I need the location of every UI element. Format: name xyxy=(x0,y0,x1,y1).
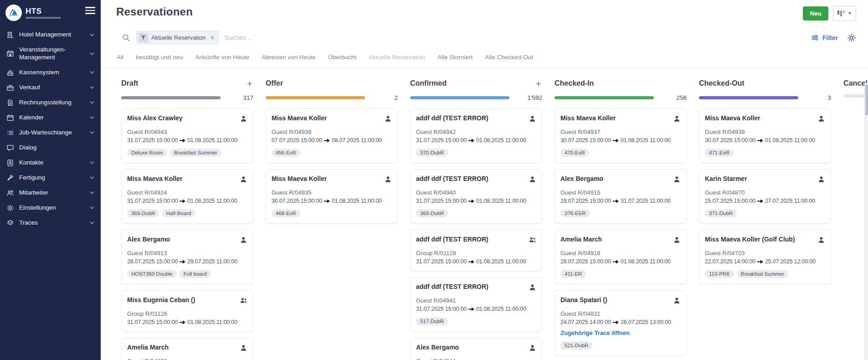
tab-best-tigt-und-neu[interactable]: bestätigt und neu xyxy=(136,54,183,61)
sidebar-item-hotel-management[interactable]: Hotel Management xyxy=(0,27,101,42)
checkout-date: 26.07.2025 13:00:00 xyxy=(621,319,671,325)
tag-badge: Deluxe Room xyxy=(127,149,167,157)
tags: 369-DubRHalf-Board xyxy=(127,209,247,217)
chevron-down-icon xyxy=(90,100,94,105)
sidebar-item-kalender[interactable]: Kalender xyxy=(0,110,101,125)
reservation-card[interactable]: addf ddf (TEST ERROR)Guest R/0494131.07.… xyxy=(410,277,542,332)
checkout-date: 27.07.2025 11:00:00 xyxy=(765,198,815,204)
checkout-date: 31.07.2025 11:00:00 xyxy=(621,198,671,204)
arrow-right-icon xyxy=(757,260,763,264)
tags: 517-DubR xyxy=(416,317,536,325)
tag-badge: HOST360 Double xyxy=(127,270,177,278)
guest-name: Amelia March xyxy=(127,344,172,352)
tab-aktuelle-reservation[interactable]: Aktuelle Reservation xyxy=(369,54,425,61)
scrollbar-thumb[interactable] xyxy=(865,84,868,115)
checkin-date: 29.07.2025 15:00:00 xyxy=(560,258,611,265)
settings-gear-icon[interactable] xyxy=(847,33,856,42)
reservation-ref: Guest R/04703 xyxy=(705,250,825,257)
tab-ank-nfte-von-heute[interactable]: Ankünfte von Heute xyxy=(195,54,250,61)
menu-toggle-icon[interactable] xyxy=(85,7,95,14)
search-input[interactable] xyxy=(225,34,811,41)
checkout-date: 01.08.2025 11:00:00 xyxy=(476,198,526,204)
reservation-card[interactable]: Miss Maeva KollerGuest R/0492431.07.2025… xyxy=(121,169,253,224)
add-card-button[interactable]: + xyxy=(535,79,542,88)
reservation-card[interactable]: Diana Spatari ()Guest R/0483124.07.2025 … xyxy=(555,290,687,356)
reservation-ref: Group R/01126 xyxy=(127,310,247,317)
stay-dates: 29.07.2025 15:00:0031.07.2025 11:00:00 xyxy=(560,198,681,204)
reservation-card[interactable]: Miss Maeva Koller (Golf Club)Guest R/047… xyxy=(699,230,831,284)
sidebar-item-job-warteschlange[interactable]: Job-Warteschlange xyxy=(0,125,101,140)
tag-badge: 456-ExR xyxy=(272,149,300,157)
arrow-right-icon xyxy=(468,199,474,203)
sidebar-item-fertigung[interactable]: Fertigung xyxy=(0,170,101,185)
reservation-card[interactable]: Alex BergamoGuest R/0491529.07.2025 15:0… xyxy=(555,169,687,224)
reservation-card[interactable]: Amelia MarchGuest R/0491629.07.2025 15:0… xyxy=(555,230,687,284)
sidebar-item-kontakte[interactable]: Kontakte xyxy=(0,155,101,170)
checkin-date: 31.07.2025 15:00:00 xyxy=(127,137,178,144)
add-card-button[interactable]: + xyxy=(246,79,253,88)
sidebar-item-dialog[interactable]: Dialog xyxy=(0,140,101,155)
sidebar-item-label: Traces xyxy=(19,219,85,227)
vertical-scrollbar[interactable] xyxy=(864,83,868,360)
tab-alle-storniert[interactable]: Alle Storniert xyxy=(437,54,473,61)
reservation-card[interactable]: Alex BergamoGuest R/0494401.08.2025 15:0… xyxy=(410,338,542,360)
reservation-ref: Guest R/04915 xyxy=(560,189,681,196)
person-icon xyxy=(529,283,536,291)
checkout-date: 08.07.2025 11:00:00 xyxy=(332,137,382,144)
arrow-right-icon xyxy=(757,199,763,203)
tab-all[interactable]: All xyxy=(117,54,123,61)
traces-icon xyxy=(6,219,14,227)
new-button[interactable]: Neu xyxy=(803,6,828,21)
stay-dates: 31.07.2025 15:00:0001.08.2025 11:00:00 xyxy=(127,319,247,325)
checkout-date: 01.08.2025 11:00:00 xyxy=(621,258,671,265)
chip-close-icon[interactable]: × xyxy=(210,34,214,41)
stay-dates: 30.07.2025 15:00:0001.08.2025 11:00:00 xyxy=(272,198,392,204)
reservation-card[interactable]: Miss Maeva KollerGuest R/0493530.07.2025… xyxy=(266,169,398,224)
active-filter-chip[interactable]: Aktuelle Reservation × xyxy=(136,31,219,44)
sidebar-item-rechnungsstellung[interactable]: Rechnungsstellung xyxy=(0,95,101,110)
view-switcher-button[interactable] xyxy=(833,6,856,21)
group-icon xyxy=(529,236,536,244)
tags: 411-ER xyxy=(560,270,681,278)
column-cards: Miss Maeva KollerGuest R/0493930.07.2025… xyxy=(699,108,831,360)
trace-link[interactable]: Zugehörige Trace öffnen xyxy=(560,329,681,336)
person-icon xyxy=(817,115,825,123)
logo-text: HTS xyxy=(26,7,61,19)
tag-badge: 521-DubR xyxy=(560,341,592,350)
reservation-card[interactable]: Miss Maeva KollerGuest R/0493807.07.2025… xyxy=(266,108,398,163)
sidebar-item-kassensystem[interactable]: Kassensystem xyxy=(0,65,101,80)
tags: 370-DubR xyxy=(416,149,536,157)
reservation-card[interactable]: Miss Alex CrawleyGuest R/0494331.07.2025… xyxy=(121,108,253,163)
tab-alle-checked-out[interactable]: Alle Checked-Out xyxy=(485,54,533,61)
reservation-card[interactable]: Miss Maeva KollerGuest R/0493930.07.2025… xyxy=(699,108,831,163)
person-icon xyxy=(240,175,247,183)
sidebar-item-traces[interactable]: Traces xyxy=(0,216,101,231)
tab-berbucht[interactable]: Überbucht xyxy=(328,54,356,61)
reservation-card[interactable]: Amelia MarchGuest R/0489928.07.2025 15:0… xyxy=(121,338,253,360)
tab-abreisen-von-heute[interactable]: Abreisen von Heute xyxy=(262,54,316,61)
reservation-card[interactable]: Miss Eugenia Ceban ()Group R/0112631.07.… xyxy=(121,290,253,332)
kanban-column-offer: Offer2Miss Maeva KollerGuest R/0493807.0… xyxy=(266,78,398,360)
reservation-card[interactable]: addf ddf (TEST ERROR)Group R/0112831.07.… xyxy=(410,230,542,271)
sidebar-item-mitarbeiter[interactable]: Mitarbeiter xyxy=(0,185,101,201)
person-icon xyxy=(817,175,825,183)
person-icon xyxy=(673,175,681,183)
chevron-down-icon xyxy=(90,221,94,225)
reservation-card[interactable]: addf ddf (TEST ERROR)Guest R/0494231.07.… xyxy=(410,108,542,163)
filter-button[interactable]: Filter xyxy=(811,34,838,41)
sidebar-item-veranstaltungen-management[interactable]: Veranstaltungen-Management xyxy=(0,42,101,65)
reservation-card[interactable]: Miss Maeva KollerGuest R/0493730.07.2025… xyxy=(555,108,687,163)
sidebar-item-einstellungen[interactable]: Einstellungen xyxy=(0,201,101,216)
reservation-card[interactable]: Karin StarmerGuest R/0487025.07.2025 15:… xyxy=(699,169,831,224)
checkin-date: 31.07.2025 15:00:00 xyxy=(416,306,467,312)
reservation-ref: Guest R/04870 xyxy=(705,189,825,196)
reservation-ref: Guest R/04938 xyxy=(272,129,392,135)
app-logo[interactable]: HTS xyxy=(5,5,61,21)
kanban-view-icon xyxy=(837,10,845,17)
reservation-ref: Guest R/04937 xyxy=(560,129,681,135)
reservation-card[interactable]: addf ddf (TEST ERROR)Guest R/0494031.07.… xyxy=(410,169,542,224)
sidebar-item-verkauf[interactable]: Verkauf xyxy=(0,80,101,95)
reservation-card[interactable]: Alex BergamoGuest R/0491328.07.2025 15:0… xyxy=(121,230,253,284)
column-title: Draft xyxy=(121,79,138,87)
reservation-ref: Guest R/04899 xyxy=(127,358,247,360)
